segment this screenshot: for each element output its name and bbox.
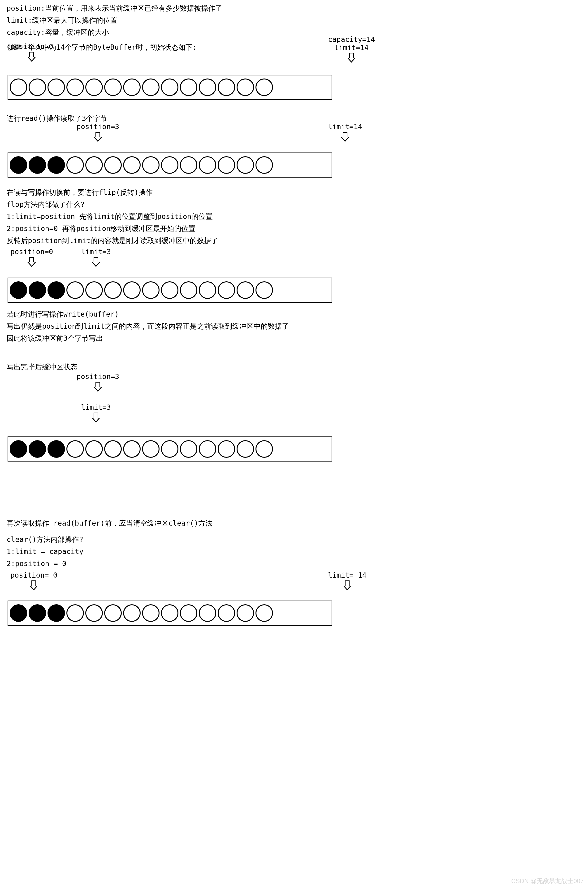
section4-desc: 写出完毕后缓冲区状态 xyxy=(2,360,586,372)
buffer-cell xyxy=(237,281,254,299)
capacity-limit-annotation: capacity=14 limit=14 xyxy=(328,36,375,63)
buffer-cell xyxy=(199,440,216,458)
buffer-cell xyxy=(180,78,197,96)
buffer-cell xyxy=(161,604,178,622)
buffer-cell xyxy=(10,281,27,299)
section3b-text: 若此时进行写操作write(buffer) 写出仍然是position到limi… xyxy=(2,308,586,344)
position-label: position=3 xyxy=(76,123,119,131)
buffer-cell xyxy=(255,281,273,299)
buffer-cell xyxy=(123,78,141,96)
intro-line: limit:缓冲区最大可以操作的位置 xyxy=(2,14,586,26)
buffer-cell xyxy=(66,604,84,622)
buffer-cell xyxy=(218,604,235,622)
buffer-cell xyxy=(123,440,141,458)
line: 再次读取操作 read(buffer)前，应当清空缓冲区clear()方法 xyxy=(2,517,586,529)
buffer-cell xyxy=(161,156,178,174)
buffer-cell xyxy=(10,604,27,622)
buffer-cell xyxy=(237,604,254,622)
buffer-cell xyxy=(10,78,27,96)
buffer-cell xyxy=(48,78,65,96)
buffer-cell xyxy=(180,604,197,622)
buffer-cell xyxy=(218,156,235,174)
position-annotation: position=3 xyxy=(76,372,119,392)
buffer-cell xyxy=(66,281,84,299)
section5-text: 再次读取操作 read(buffer)前，应当清空缓冲区clear()方法 cl… xyxy=(2,517,586,569)
buffer-cell xyxy=(28,78,46,96)
buffer-cell xyxy=(86,78,103,96)
buffer-diagram xyxy=(8,153,332,177)
buffer-cell xyxy=(104,440,122,458)
buffer-cell xyxy=(104,78,122,96)
intro-line: position:当前位置，用来表示当前缓冲区已经有多少数据被操作了 xyxy=(2,2,586,14)
buffer-cell xyxy=(66,440,84,458)
buffer-cell xyxy=(180,156,197,174)
buffer-cell xyxy=(104,156,122,174)
buffer-cell xyxy=(161,78,178,96)
buffer-cell xyxy=(10,440,27,458)
line: 1:limit=position 先将limit的位置调整到position的位… xyxy=(2,210,586,222)
limit-annotation: limit=3 xyxy=(81,403,111,422)
buffer-diagram xyxy=(8,75,332,100)
buffer-cell xyxy=(255,78,273,96)
buffer-cell xyxy=(218,78,235,96)
capacity-label: capacity=14 xyxy=(328,36,375,44)
buffer-cell xyxy=(86,604,103,622)
buffer-cell xyxy=(104,604,122,622)
position-label: position=0 xyxy=(10,248,53,256)
buffer-diagram xyxy=(8,437,332,461)
buffer-cell xyxy=(199,156,216,174)
line: 2:position=0 再将position移动到缓冲区最开始的位置 xyxy=(2,222,586,234)
buffer-cell xyxy=(255,440,273,458)
line: 反转后position到limit的内容就是刚才读取到缓冲区中的数据了 xyxy=(2,234,586,246)
buffer-diagram xyxy=(8,601,332,626)
down-arrow-icon xyxy=(341,132,349,142)
buffer-cell xyxy=(48,440,65,458)
buffer-cell xyxy=(123,156,141,174)
buffer-cell xyxy=(142,604,159,622)
buffer-diagram xyxy=(8,278,332,303)
down-arrow-icon xyxy=(28,257,36,267)
buffer-cell xyxy=(48,156,65,174)
limit-label: limit=14 xyxy=(328,123,362,131)
down-arrow-icon xyxy=(94,132,102,142)
buffer-cell xyxy=(123,281,141,299)
down-arrow-icon xyxy=(92,257,100,267)
buffer-cell xyxy=(48,604,65,622)
limit-label: limit=3 xyxy=(81,403,111,411)
position-annotation: position= 0 xyxy=(10,571,57,590)
buffer-cell xyxy=(199,281,216,299)
buffer-cell xyxy=(28,440,46,458)
buffer-cell xyxy=(199,78,216,96)
position-annotation: position=3 xyxy=(76,123,119,142)
section2-stage: position=3 limit=14 xyxy=(2,124,586,183)
buffer-cell xyxy=(199,604,216,622)
buffer-cell xyxy=(161,440,178,458)
position-annotation: position=0 xyxy=(10,42,53,62)
line: 因此将该缓冲区前3个字节写出 xyxy=(2,332,586,344)
buffer-cell xyxy=(218,281,235,299)
buffer-cell xyxy=(180,281,197,299)
limit-label: limit=3 xyxy=(81,248,111,256)
buffer-cell xyxy=(28,156,46,174)
buffer-cell xyxy=(28,604,46,622)
line: 写出仍然是position到limit之间的内容，而这段内容正是之前读取到缓冲区… xyxy=(2,320,586,332)
position-label: position=0 xyxy=(10,42,53,51)
buffer-cell xyxy=(142,281,159,299)
line: 在读与写操作切换前，要进行flip(反转)操作 xyxy=(2,186,586,198)
intro-text: position:当前位置，用来表示当前缓冲区已经有多少数据被操作了 limit… xyxy=(2,2,586,38)
position-label: position=3 xyxy=(76,372,119,381)
buffer-cell xyxy=(180,440,197,458)
limit-annotation: limit=3 xyxy=(81,248,111,267)
section5-stage: position= 0 limit= 14 xyxy=(2,572,586,629)
buffer-cell xyxy=(255,604,273,622)
buffer-cell xyxy=(142,440,159,458)
line: 若此时进行写操作write(buffer) xyxy=(2,308,586,320)
buffer-cell xyxy=(48,281,65,299)
buffer-cell xyxy=(218,440,235,458)
buffer-cell xyxy=(237,156,254,174)
buffer-cell xyxy=(237,440,254,458)
section4-stage: position=3 limit=3 xyxy=(2,372,586,467)
line: clear()方法内部操作? xyxy=(2,533,586,545)
intro-line: capacity:容量，缓冲区的大小 xyxy=(2,26,586,38)
down-arrow-icon xyxy=(30,580,38,590)
